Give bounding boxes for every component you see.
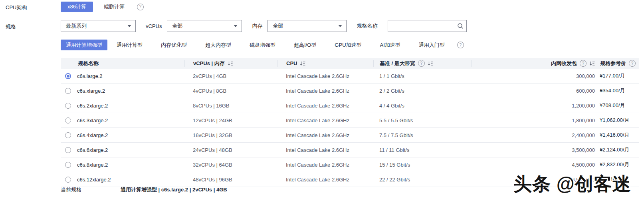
table-row[interactable]: c6s.4xlarge.2 16vCPUs | 32GB Intel Casca… — [61, 128, 639, 143]
cpu-arch-row: x86计算 鲲鹏计算 ? — [61, 2, 144, 12]
table-row[interactable]: c6s.6xlarge.2 24vCPUs | 48GB Intel Casca… — [61, 143, 639, 157]
spec-name-text: c6s.6xlarge.2 — [77, 147, 108, 153]
search-icon[interactable] — [457, 23, 464, 30]
spec-type-tab[interactable]: AI加速型 — [371, 40, 410, 50]
cpu-cell: Intel Cascade Lake 2.6GHz — [277, 132, 373, 138]
spec-type-tabs: 通用计算增强型通用计算型内存优化型超大内存型磁盘增强型超高I/O型GPU加速型A… — [61, 40, 454, 50]
spec-name-text: c6s.12xlarge.2 — [77, 177, 111, 183]
series-select[interactable]: 最新系列 — [61, 20, 136, 32]
cpu-cell: Intel Cascade Lake 2.6GHz — [277, 103, 373, 109]
vcpu-mem-cell: 32vCPUs | 64GB — [184, 162, 277, 168]
row-radio[interactable] — [65, 88, 71, 94]
vcpu-mem-cell: 8vCPUs | 16GB — [184, 103, 277, 109]
vcpu-mem-cell: 48vCPUs | 96GB — [184, 177, 277, 183]
spec-type-tab[interactable]: 通用计算增强型 — [61, 40, 107, 50]
table-row[interactable]: c6s.large.2 2vCPUs | 4GB Intel Cascade L… — [61, 69, 639, 84]
memory-select[interactable]: 全部 — [268, 20, 347, 32]
sort-icon[interactable] — [589, 61, 595, 66]
sort-icon[interactable] — [428, 61, 433, 66]
cpu-arch-help-icon[interactable]: ? — [137, 4, 144, 10]
sort-icon[interactable] — [228, 61, 233, 66]
vcpus-filter-label: vCPUs — [146, 23, 162, 29]
table-row[interactable]: c6s.3xlarge.2 12vCPUs | 24GB Intel Casca… — [61, 113, 639, 128]
memory-select-value: 全部 — [273, 22, 283, 30]
bandwidth-cell: 11 / 11 Gbit/s — [373, 147, 471, 153]
spec-table: 规格名称 vCPUs | 内存 CPU 基准 / 最大带宽 ? 内网收发包 ? — [61, 58, 639, 187]
row-radio[interactable] — [65, 117, 71, 123]
header-cpu: CPU — [277, 60, 373, 67]
bandwidth-help-icon[interactable]: ? — [418, 60, 425, 67]
row-radio[interactable] — [65, 73, 71, 79]
pps-cell: 4,500,000 — [471, 162, 595, 168]
spec-name-cell: c6s.6xlarge.2 — [61, 147, 184, 153]
spec-type-tabs-row: 通用计算增强型通用计算型内存优化型超大内存型磁盘增强型超高I/O型GPU加速型A… — [61, 40, 464, 50]
chevron-down-icon — [338, 25, 342, 27]
spec-type-tab[interactable]: GPU加速型 — [325, 40, 371, 50]
pps-help-icon[interactable]: ? — [580, 60, 587, 67]
cpu-cell: Intel Cascade Lake 2.6GHz — [277, 88, 373, 94]
spec-name-text: c6s.8xlarge.2 — [77, 162, 108, 168]
header-cpu-label: CPU — [286, 60, 297, 66]
vcpu-mem-cell: 16vCPUs | 32GB — [184, 132, 277, 138]
pps-cell: 300,000 — [471, 73, 595, 79]
bandwidth-cell: 22 / 22 Gbit/s — [373, 177, 471, 183]
spec-name-cell: c6s.large.2 — [61, 73, 184, 79]
table-row[interactable]: c6s.xlarge.2 4vCPUs | 8GB Intel Cascade … — [61, 84, 639, 98]
header-vcpu-mem: vCPUs | 内存 — [184, 60, 277, 67]
row-radio[interactable] — [65, 147, 71, 153]
spec-name-text: c6s.large.2 — [77, 73, 103, 79]
spec-name-search-input[interactable] — [388, 20, 467, 32]
price-help-icon[interactable]: ? — [629, 60, 636, 67]
header-price-label: 规格参考价 — [600, 60, 626, 67]
header-vcpu-mem-label: vCPUs | 内存 — [193, 60, 225, 67]
cpu-cell: Intel Cascade Lake 2.6GHz — [277, 117, 373, 123]
spec-type-tab[interactable]: 内存优化型 — [152, 40, 196, 50]
cpu-arch-label: CPU架构 — [6, 4, 27, 11]
x86-compute-button[interactable]: x86计算 — [61, 2, 93, 12]
kunpeng-compute-button[interactable]: 鲲鹏计算 — [97, 2, 131, 12]
spec-name-filter-label: 规格名称 — [357, 22, 377, 30]
bandwidth-cell: 15 / 15 Gbit/s — [373, 162, 471, 168]
vcpu-mem-cell: 2vCPUs | 4GB — [184, 73, 277, 79]
spec-type-tab[interactable]: 超大内存型 — [196, 40, 240, 50]
spec-type-help-icon[interactable]: ? — [457, 42, 464, 48]
spec-name-cell: c6s.3xlarge.2 — [61, 117, 184, 123]
header-bandwidth: 基准 / 最大带宽 ? — [373, 60, 471, 67]
price-cell: ¥2,832.00/月 — [595, 161, 639, 168]
header-bandwidth-label: 基准 / 最大带宽 — [380, 60, 415, 67]
spec-type-tab[interactable]: 通用入门型 — [410, 40, 454, 50]
header-pps-label: 内网收发包 — [551, 60, 577, 67]
pps-cell: 1,800,000 — [471, 117, 595, 123]
spec-name-cell: c6s.8xlarge.2 — [61, 162, 184, 168]
spec-name-cell: c6s.4xlarge.2 — [61, 132, 184, 138]
price-cell: ¥2,124.00/月 — [595, 146, 639, 153]
row-radio[interactable] — [65, 162, 71, 168]
spec-name-cell: c6s.12xlarge.2 — [61, 177, 184, 183]
memory-filter-label: 内存 — [252, 22, 262, 30]
row-radio[interactable] — [65, 177, 71, 183]
chevron-down-icon — [234, 25, 238, 27]
spec-type-tab[interactable]: 磁盘增强型 — [240, 40, 285, 50]
row-radio[interactable] — [65, 132, 71, 138]
sort-icon[interactable] — [300, 61, 305, 66]
table-body: c6s.large.2 2vCPUs | 4GB Intel Cascade L… — [61, 69, 639, 187]
header-price: 规格参考价 ? — [595, 60, 639, 67]
spec-name-search — [388, 20, 467, 32]
row-radio[interactable] — [65, 103, 71, 109]
price-cell: ¥1,062.00/月 — [595, 117, 639, 124]
spec-name-text: c6s.xlarge.2 — [77, 88, 105, 94]
table-row[interactable]: c6s.2xlarge.2 8vCPUs | 16GB Intel Cascad… — [61, 98, 639, 113]
series-select-value: 最新系列 — [66, 22, 87, 30]
spec-name-cell: c6s.xlarge.2 — [61, 88, 184, 94]
price-cell: ¥177.00/月 — [595, 72, 639, 80]
pps-cell: 3,500,000 — [471, 147, 595, 153]
spec-type-tab[interactable]: 通用计算型 — [107, 40, 152, 50]
table-row[interactable]: c6s.8xlarge.2 32vCPUs | 64GB Intel Casca… — [61, 157, 639, 172]
table-header-row: 规格名称 vCPUs | 内存 CPU 基准 / 最大带宽 ? 内网收发包 ? — [61, 58, 639, 69]
price-cell: ¥1,416.00/月 — [595, 131, 639, 139]
spec-type-tab[interactable]: 超高I/O型 — [285, 40, 325, 50]
vcpus-select[interactable]: 全部 — [167, 20, 242, 32]
pps-cell: 600,000 — [471, 88, 595, 94]
header-spec-name-label: 规格名称 — [78, 60, 99, 67]
pps-cell: 1,200,000 — [471, 103, 595, 109]
